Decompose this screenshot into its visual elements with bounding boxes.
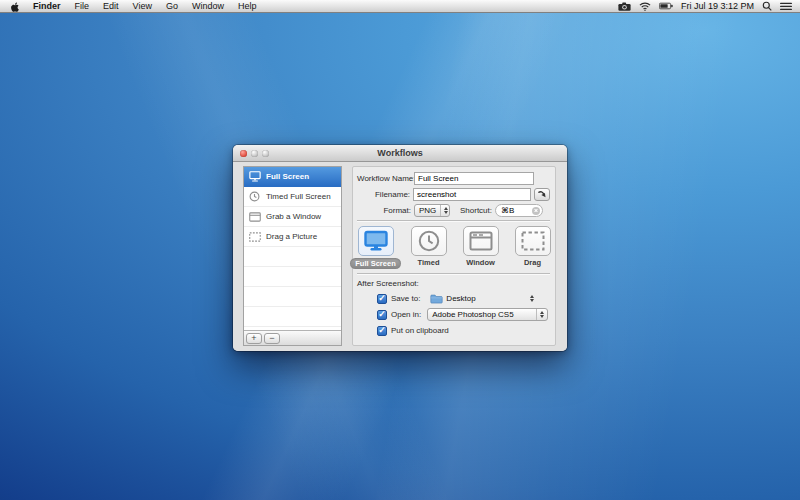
save-to-checkbox[interactable] [377,294,387,304]
sidebar-empty-row [244,267,341,287]
menu-item-window[interactable]: Window [185,0,231,12]
menu-list-icon[interactable] [780,2,792,11]
menu-bar: Finder File Edit View Go Window Help Fri… [0,0,800,13]
folder-icon [430,294,443,304]
wifi-icon[interactable] [639,2,651,11]
dashed-rect-icon [248,231,261,242]
sidebar-item-full-screen[interactable]: Full Screen [244,167,341,187]
save-to-popup[interactable]: Desktop [430,294,475,304]
open-in-popup[interactable]: Adobe Photoshop CS5 [427,308,548,321]
window-icon [248,211,261,222]
type-button-full-screen[interactable]: Full Screen [357,226,395,269]
filename-row: Filename: [357,188,550,201]
stepper-icon[interactable] [530,292,534,305]
clock-icon [248,191,261,202]
format-value: PNG [419,206,436,215]
workflow-list-rows: Full Screen Timed Full Screen Grab a Win… [244,167,341,330]
clipboard-checkbox[interactable] [377,326,387,336]
camera-icon[interactable] [618,2,631,11]
sidebar-item-drag-a-picture[interactable]: Drag a Picture [244,227,341,247]
open-in-row: Open in: Adobe Photoshop CS5 [377,308,548,321]
window-titlebar[interactable]: Workflows [233,145,567,162]
workflow-detail-pane: Workflow Name: Filename: Format: PNG S [352,166,556,346]
filename-input[interactable] [413,188,531,201]
sidebar-item-grab-a-window[interactable]: Grab a Window [244,207,341,227]
save-to-value: Desktop [446,294,475,303]
separator [357,220,550,222]
format-popup[interactable]: PNG [414,204,450,217]
add-workflow-button[interactable]: + [246,333,262,344]
spotlight-search-icon[interactable] [762,1,772,11]
stepper-icon [440,205,451,216]
sidebar-item-timed-full-screen[interactable]: Timed Full Screen [244,187,341,207]
sidebar-item-label: Grab a Window [266,212,321,221]
zoom-button[interactable] [262,150,269,157]
clipboard-row: Put on clipboard [377,324,548,337]
type-button-drag[interactable]: Drag [515,226,551,269]
menu-clock[interactable]: Fri Jul 19 3:12 PM [681,1,754,11]
type-button-label: Drag [524,258,541,267]
menu-status-area: Fri Jul 19 3:12 PM [618,1,792,11]
sidebar-item-label: Timed Full Screen [266,192,331,201]
shortcut-value: ⌘B [501,206,514,215]
workflows-window: Workflows Full Screen Timed Full Screen [233,145,567,351]
filename-label: Filename: [357,190,410,199]
menu-item-go[interactable]: Go [159,0,185,12]
display-icon [358,226,394,256]
menu-item-edit[interactable]: Edit [96,0,126,12]
capture-type-buttons: Full Screen Timed Window [357,226,550,269]
traffic-lights [240,150,269,157]
format-label: Format: [357,206,411,215]
sidebar-item-label: Drag a Picture [266,232,317,241]
remove-workflow-button[interactable]: − [264,333,280,344]
clipboard-label: Put on clipboard [391,326,449,335]
after-screenshot-heading: After Screenshot: [357,279,550,288]
open-in-checkbox[interactable] [377,310,387,320]
sidebar-empty-row [244,307,341,327]
workflow-name-input[interactable] [414,172,534,185]
battery-icon[interactable] [659,2,673,10]
clock-icon [411,226,447,256]
menu-item-file[interactable]: File [68,0,97,12]
sidebar-item-label: Full Screen [266,172,309,181]
dashed-rect-icon [515,226,551,256]
apple-icon [10,1,20,12]
apple-menu[interactable] [8,1,26,12]
token-arrow-icon [537,190,547,199]
open-in-value: Adobe Photoshop CS5 [432,310,513,319]
display-icon [248,171,261,182]
workflow-name-label: Workflow Name: [357,174,411,183]
sidebar-empty-row [244,247,341,267]
menu-item-finder[interactable]: Finder [26,0,68,12]
open-in-label: Open in: [391,310,421,319]
window-content: Full Screen Timed Full Screen Grab a Win… [233,162,567,351]
menu-item-view[interactable]: View [126,0,159,12]
workflow-list: Full Screen Timed Full Screen Grab a Win… [243,166,342,346]
save-to-label: Save to: [391,294,420,303]
stepper-icon [536,309,547,320]
type-button-label: Full Screen [350,258,400,269]
format-row: Format: PNG Shortcut: ⌘B [357,204,550,217]
sidebar-footer: + − [244,330,341,345]
sidebar-empty-row [244,287,341,307]
clear-icon[interactable] [532,207,540,215]
menu-item-help[interactable]: Help [231,0,264,12]
filename-token-button[interactable] [534,188,550,201]
shortcut-field[interactable]: ⌘B [495,204,543,217]
save-to-row: Save to: Desktop [377,292,548,305]
shortcut-label: Shortcut: [460,206,492,215]
close-button[interactable] [240,150,247,157]
type-button-label: Timed [418,258,440,267]
type-button-label: Window [466,258,495,267]
window-title: Workflows [377,148,422,158]
minimize-button[interactable] [251,150,258,157]
type-button-timed[interactable]: Timed [411,226,447,269]
window-icon [463,226,499,256]
separator [357,273,550,275]
type-button-window[interactable]: Window [463,226,499,269]
workflow-name-row: Workflow Name: [357,172,550,185]
